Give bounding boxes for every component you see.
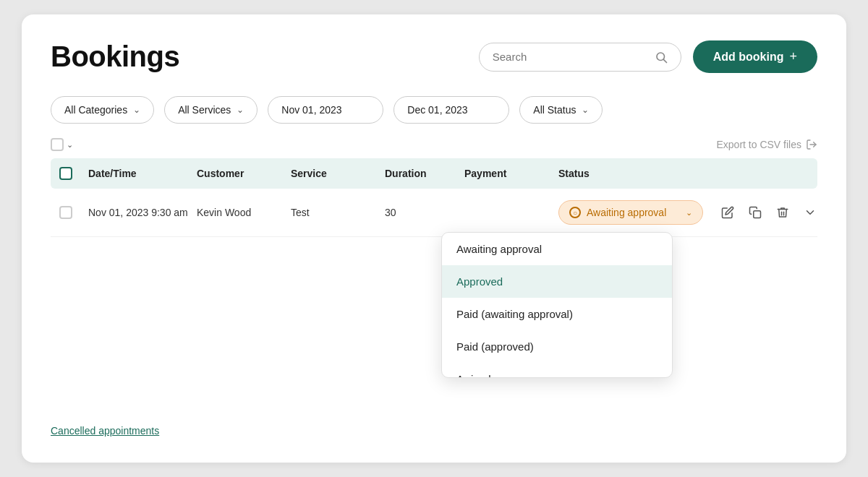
table-row: Nov 01, 2023 9:30 am Kevin Wood Test 30 … <box>51 189 817 237</box>
row-duration: 30 <box>385 207 464 218</box>
categories-filter[interactable]: All Categories ⌄ <box>51 96 154 124</box>
plus-icon: + <box>789 49 797 64</box>
chevron-down-icon: ⌄ <box>133 105 140 115</box>
edit-icon[interactable] <box>718 202 738 223</box>
svg-rect-3 <box>754 211 761 218</box>
date-from-filter[interactable]: Nov 01, 2023 <box>268 96 383 124</box>
dropdown-item-awaiting[interactable]: Awaiting approval <box>442 233 672 265</box>
dropdown-item-approved[interactable]: Approved <box>442 265 672 298</box>
bookings-card: Bookings Add booking + All Categories ⌄ … <box>22 14 846 463</box>
header-right: Add booking + <box>479 40 817 73</box>
status-badge[interactable]: ○ Awaiting approval ⌄ <box>558 200 703 225</box>
table-header: Date/Time Customer Service Duration Paym… <box>51 158 817 189</box>
bookings-table: Date/Time Customer Service Duration Paym… <box>51 158 817 237</box>
select-all-container: ⌄ <box>51 138 73 151</box>
filters-row: All Categories ⌄ All Services ⌄ Nov 01, … <box>51 96 817 124</box>
services-filter[interactable]: All Services ⌄ <box>164 96 258 124</box>
chevron-down-icon[interactable]: ⌄ <box>67 140 73 150</box>
dropdown-item-arrived[interactable]: Arrived <box>442 363 672 377</box>
expand-icon[interactable] <box>800 202 820 223</box>
row-service: Test <box>291 207 385 218</box>
chevron-down-icon: ⌄ <box>686 208 692 218</box>
dropdown-list: Awaiting approval Approved Paid (awaitin… <box>442 233 672 377</box>
search-box[interactable] <box>479 43 681 72</box>
header-checkbox[interactable] <box>59 167 72 180</box>
header-row: Bookings Add booking + <box>51 40 817 73</box>
cancelled-appointments-link[interactable]: Cancelled appointments <box>51 425 159 437</box>
status-filter[interactable]: All Status ⌄ <box>519 96 603 124</box>
row-checkbox[interactable] <box>59 206 72 219</box>
row-actions <box>718 202 820 223</box>
svg-line-1 <box>663 59 666 62</box>
status-badge-text: Awaiting approval <box>587 207 680 218</box>
add-booking-button[interactable]: Add booking + <box>693 40 817 73</box>
export-icon <box>806 139 817 150</box>
dropdown-item-paid-awaiting[interactable]: Paid (awaiting approval) <box>442 298 672 330</box>
delete-icon[interactable] <box>773 202 793 223</box>
row-customer: Kevin Wood <box>197 207 291 218</box>
select-all-checkbox[interactable] <box>51 138 64 151</box>
export-link[interactable]: Export to CSV files <box>717 139 818 150</box>
copy-icon[interactable] <box>745 202 765 223</box>
chevron-down-icon: ⌄ <box>237 105 244 115</box>
chevron-down-icon: ⌄ <box>582 105 589 115</box>
page-title: Bookings <box>51 40 179 73</box>
date-to-filter[interactable]: Dec 01, 2023 <box>393 96 509 124</box>
toolbar-row: ⌄ Export to CSV files <box>51 138 817 151</box>
dropdown-item-paid-approved[interactable]: Paid (approved) <box>442 330 672 363</box>
clock-icon: ○ <box>569 207 581 218</box>
search-input[interactable] <box>493 51 649 63</box>
status-dropdown: Awaiting approval Approved Paid (awaitin… <box>441 232 673 378</box>
search-icon <box>655 51 668 64</box>
row-datetime: Nov 01, 2023 9:30 am <box>88 207 197 218</box>
